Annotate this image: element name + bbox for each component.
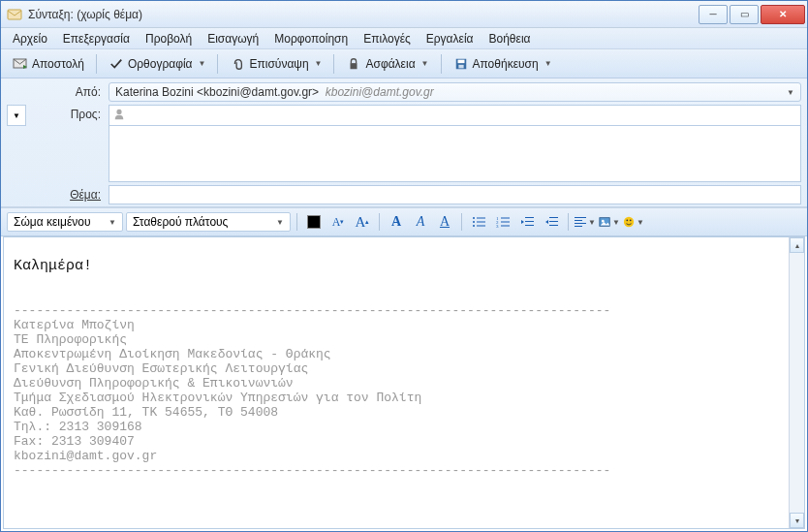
svg-point-29: [630, 219, 632, 221]
svg-rect-5: [458, 64, 463, 68]
bold-button[interactable]: A: [386, 211, 407, 233]
spellcheck-button[interactable]: Ορθογραφία ▼: [103, 53, 212, 75]
app-icon: [7, 7, 22, 22]
font-smaller-button[interactable]: A▾: [327, 211, 349, 233]
menu-view[interactable]: Προβολή: [138, 30, 200, 47]
svg-rect-0: [8, 10, 21, 19]
chevron-down-icon: ▼: [612, 218, 620, 227]
save-button[interactable]: Αποθήκευση ▼: [448, 53, 558, 75]
menu-format[interactable]: Μορφοποίηση: [266, 30, 356, 47]
main-toolbar: Αποστολή Ορθογραφία ▼ Επισύναψη ▼ Ασφάλε…: [1, 49, 807, 78]
emoji-button[interactable]: ▼: [623, 211, 644, 233]
signature-block: ----------------------------------------…: [14, 303, 610, 478]
svg-point-7: [473, 217, 475, 219]
font-larger-button[interactable]: A▴: [352, 211, 373, 233]
svg-point-6: [116, 110, 121, 114]
insert-image-button[interactable]: ▼: [599, 211, 620, 233]
smiley-icon: [623, 215, 635, 229]
send-icon: [13, 56, 28, 72]
svg-point-11: [473, 225, 475, 227]
subject-label: Θέμα:: [7, 185, 109, 202]
toolbar-separator: [217, 54, 218, 74]
paragraph-style-value: Σώμα κειμένου: [14, 215, 91, 229]
spellcheck-label: Ορθογραφία: [128, 57, 193, 71]
greeting-text: Καλημέρα!: [14, 258, 92, 274]
check-icon: [109, 56, 124, 72]
compose-window: Σύνταξη: (χωρίς θέμα) ─ ▭ ✕ Αρχείο Επεξε…: [0, 0, 808, 532]
svg-point-28: [626, 219, 628, 221]
maximize-button[interactable]: ▭: [730, 5, 759, 24]
attach-button[interactable]: Επισύναψη ▼: [224, 53, 327, 75]
svg-text:3: 3: [496, 224, 499, 229]
chevron-down-icon[interactable]: ▼: [787, 88, 794, 97]
outdent-button[interactable]: [516, 211, 538, 233]
from-label: Από:: [7, 82, 109, 99]
scroll-up-icon[interactable]: ▴: [790, 237, 804, 253]
subject-field[interactable]: [109, 185, 801, 204]
chevron-down-icon: ▼: [588, 218, 596, 227]
chevron-down-icon[interactable]: ▼: [544, 59, 552, 68]
to-label: Προς:: [26, 105, 109, 121]
menu-file[interactable]: Αρχείο: [5, 30, 55, 47]
svg-rect-24: [549, 225, 558, 226]
underline-button[interactable]: A: [434, 211, 455, 233]
font-family-value: Σταθερού πλάτους: [133, 215, 228, 229]
svg-rect-14: [501, 218, 510, 219]
chevron-down-icon[interactable]: ▼: [421, 59, 429, 68]
from-field[interactable]: Katerina Bozini <kbozini@damt.gov.gr> kb…: [109, 82, 801, 102]
svg-rect-4: [457, 59, 464, 63]
menu-edit[interactable]: Επεξεργασία: [55, 30, 138, 47]
menu-help[interactable]: Βοήθεια: [482, 30, 539, 47]
font-family-combo[interactable]: Σταθερού πλάτους ▼: [126, 212, 291, 232]
contact-icon: [113, 109, 127, 122]
chevron-down-icon: ▼: [637, 218, 644, 227]
svg-point-26: [602, 220, 605, 223]
toolbar-separator: [96, 54, 97, 74]
italic-button[interactable]: A: [410, 211, 431, 233]
text-color-button[interactable]: [303, 211, 325, 233]
toolbar-separator: [568, 213, 569, 231]
svg-rect-16: [501, 222, 510, 223]
from-value: Katerina Bozini <kbozini@damt.gov.gr>: [115, 85, 319, 99]
svg-rect-10: [477, 222, 485, 223]
toolbar-separator: [379, 213, 380, 231]
color-swatch-icon: [307, 215, 321, 229]
security-button[interactable]: Ασφάλεια ▼: [340, 53, 434, 75]
numbered-list-button[interactable]: 123: [492, 211, 513, 233]
minimize-button[interactable]: ─: [699, 5, 728, 24]
scroll-down-icon[interactable]: ▾: [790, 513, 804, 528]
to-field[interactable]: [109, 105, 801, 126]
window-controls: ─ ▭ ✕: [697, 5, 805, 24]
menubar: Αρχείο Επεξεργασία Προβολή Εισαγωγή Μορφ…: [1, 28, 807, 49]
menu-tools[interactable]: Εργαλεία: [419, 30, 482, 47]
chevron-down-icon: ▼: [276, 218, 284, 227]
recipient-type-dropdown[interactable]: ▼: [7, 105, 26, 126]
toolbar-separator: [441, 54, 442, 74]
menu-options[interactable]: Επιλογές: [356, 30, 419, 47]
chevron-down-icon[interactable]: ▼: [199, 59, 206, 68]
format-toolbar: Σώμα κειμένου ▼ Σταθερού πλάτους ▼ A▾ A▴…: [1, 207, 807, 236]
paperclip-icon: [230, 56, 245, 72]
lock-icon: [346, 56, 361, 72]
indent-button[interactable]: [541, 211, 562, 233]
recipients-extra-area[interactable]: [109, 126, 801, 182]
svg-rect-20: [525, 221, 534, 222]
chevron-down-icon[interactable]: ▼: [315, 59, 323, 68]
close-button[interactable]: ✕: [761, 5, 805, 24]
save-icon: [453, 56, 469, 72]
svg-rect-8: [477, 218, 485, 219]
message-body-editor[interactable]: Καλημέρα! ------------------------------…: [3, 236, 805, 529]
svg-rect-19: [525, 217, 534, 218]
svg-point-9: [473, 221, 475, 223]
svg-rect-18: [501, 226, 510, 227]
toolbar-separator: [461, 213, 462, 231]
editor-scrollbar[interactable]: ▴ ▾: [789, 237, 804, 528]
bullet-list-button[interactable]: [468, 211, 489, 233]
chevron-down-icon: ▼: [109, 218, 116, 227]
send-button[interactable]: Αποστολή: [7, 53, 90, 75]
image-icon: [599, 215, 610, 229]
menu-insert[interactable]: Εισαγωγή: [200, 30, 266, 47]
paragraph-style-combo[interactable]: Σώμα κειμένου ▼: [7, 212, 123, 232]
svg-rect-12: [477, 226, 485, 227]
align-button[interactable]: ▼: [575, 211, 596, 233]
